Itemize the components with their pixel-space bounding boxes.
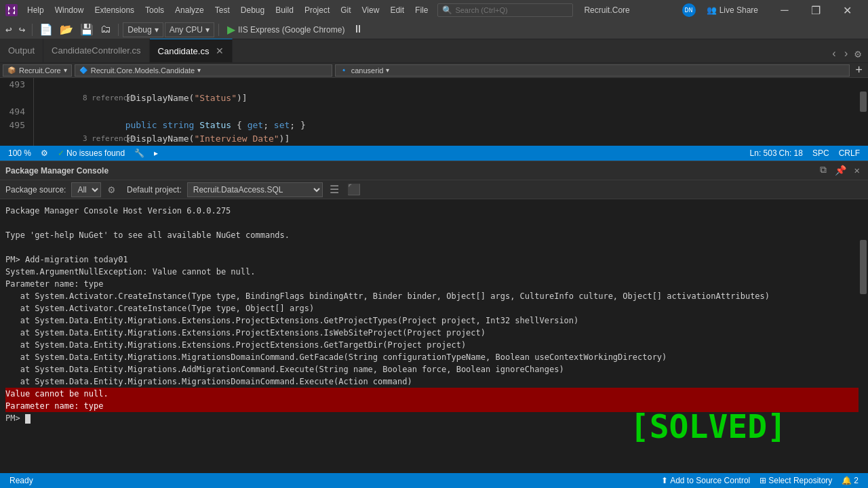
pmc-help-text: Type 'get-help NuGet' to see all availab… (5, 229, 863, 241)
live-share-button[interactable]: 👥 Live Share (707, 5, 758, 15)
chevron-down-icon: ▾ (386, 66, 389, 74)
pmc-stack-6: at System.Data.Entity.Migrations.Migrati… (5, 351, 863, 363)
select-repository-button[interactable]: ⊞ Select Repository (755, 473, 836, 488)
check-icon: ✓ (58, 148, 64, 158)
open-button[interactable]: 📂 (57, 22, 76, 38)
line-endings-status[interactable]: CRLF (836, 148, 863, 158)
menu-item-view[interactable]: View (358, 4, 384, 16)
pmc-scrollbar-thumb[interactable] (860, 240, 867, 294)
cpu-dropdown[interactable]: Any CPU ▾ (165, 22, 214, 37)
tab-scroll-right-button[interactable]: › (842, 47, 851, 62)
close-button[interactable]: ✕ (831, 0, 863, 20)
window-controls: ─ ❐ ✕ (769, 0, 863, 20)
editor-scrollbar[interactable] (859, 78, 868, 146)
search-box[interactable]: 🔍 (437, 3, 573, 17)
menu-item-debug[interactable]: Debug (237, 4, 269, 16)
menu-item-build[interactable]: Build (271, 4, 298, 16)
pmc-toolbar: Package source: All ⚙ Default project: R… (0, 180, 868, 199)
toolbar-sep-2 (118, 24, 119, 36)
tab-candidatecontroller[interactable]: CandidateController.cs (43, 39, 150, 62)
editor-status-bar: 100 % ⚙ ✓ No issues found 🔧 ▸ Ln: 503 Ch… (0, 146, 868, 161)
toolbar-sep-3 (218, 24, 219, 36)
pmc-settings-icon[interactable]: ⚙ (106, 182, 116, 198)
play-icon: ▶ (227, 23, 235, 36)
menu-item-project[interactable]: Project (300, 4, 334, 16)
pmc-title: Package Manager Console (5, 166, 812, 176)
undo-button[interactable]: ↩ (3, 22, 15, 38)
tab-candidate[interactable]: Candidate.cs ✕ (150, 39, 233, 62)
menu-item-tools[interactable]: Tools (141, 4, 168, 16)
pmc-clear-icon[interactable]: ☰ (328, 182, 340, 198)
menu-item-extensions[interactable]: Extensions (90, 4, 138, 16)
pmc-content: Package Manager Console Host Version 6.0… (0, 199, 868, 473)
solved-text: [SOLVED] (630, 420, 787, 432)
menu-item-git[interactable]: Git (336, 4, 355, 16)
task-button[interactable]: ▸ (151, 148, 161, 158)
pmc-header: Package Manager Console ⧉ 📌 ✕ (0, 161, 868, 180)
menu-item-file[interactable]: File (411, 4, 432, 16)
tab-settings-button[interactable]: ⚙ (853, 46, 863, 62)
zoom-control[interactable]: 100 % (5, 148, 34, 158)
member-dropdown[interactable]: 🔹 canuserid ▾ (335, 64, 850, 77)
repo-icon: ⊞ (760, 476, 766, 485)
run-button[interactable]: ▶ IIS Express (Google Chrome) (223, 22, 349, 37)
save-button[interactable]: 💾 (77, 22, 96, 38)
minimize-button[interactable]: ─ (769, 0, 800, 20)
position-status[interactable]: Ln: 503 Ch: 18 (747, 148, 806, 158)
restore-button[interactable]: ❐ (800, 0, 831, 20)
build-status[interactable]: 🔧 (132, 148, 147, 158)
menu-item-help[interactable]: Help (23, 4, 48, 16)
pause-button[interactable]: ⏸ (350, 22, 366, 37)
task-icon: ▸ (154, 148, 158, 158)
encoding-status[interactable]: SPC (810, 148, 832, 158)
default-project-select[interactable]: Recruit.DataAccess.SQL (187, 182, 323, 197)
avatar[interactable]: DN (682, 3, 696, 17)
tab-scroll-left-button[interactable]: ‹ (829, 47, 839, 62)
menu-item-test[interactable]: Test (211, 4, 234, 16)
save-all-button[interactable]: 🗂 (98, 22, 114, 37)
chevron-down-icon: ▾ (64, 66, 67, 74)
pmc-stop-icon[interactable]: ⬛ (346, 182, 362, 198)
menu-item-analyze[interactable]: Analyze (171, 4, 208, 16)
pmc-stack-4: at System.Data.Entity.Migrations.Extensi… (5, 327, 863, 339)
pmc-param: Parameter name: type (5, 278, 863, 290)
chevron-down-icon: ▾ (155, 25, 159, 35)
code-content: [DisplayName("Status")] 8 references pub… (34, 78, 868, 146)
search-input[interactable] (455, 6, 568, 14)
notification-bell[interactable]: 🔔 2 (837, 473, 863, 488)
pmc-scrollbar[interactable] (859, 199, 868, 473)
tab-close-button[interactable]: ✕ (216, 45, 224, 56)
editor-scrollbar-thumb[interactable] (860, 92, 867, 112)
code-line-494: public string Status { get; set; } (42, 105, 868, 119)
menu-bar: const menuItems = ["File","Edit","View",… (23, 4, 432, 16)
vs-logo (5, 4, 18, 16)
tab-actions: ‹ › ⚙ (829, 46, 868, 62)
app-title: Recruit.Core (584, 5, 629, 15)
code-editor: 493 . 494 495 . [DisplayName("Status")] … (0, 78, 868, 146)
title-bar: const menuItems = ["File","Edit","View",… (0, 0, 868, 20)
pmc-exception: System.ArgumentNullException: Value cann… (5, 266, 863, 278)
pmc-float-button[interactable]: ⧉ (817, 163, 829, 178)
class-dropdown[interactable]: 🔷 Recruit.Core.Models.Candidate ▾ (75, 64, 332, 77)
pmc-stack-3: at System.Data.Entity.Migrations.Extensi… (5, 314, 863, 327)
menu-item-window[interactable]: Window (51, 4, 88, 16)
tab-output[interactable]: Output (0, 39, 43, 62)
pmc-host-version: Package Manager Console Host Version 6.0… (5, 205, 863, 217)
redo-button[interactable]: ↪ (16, 22, 28, 38)
menu-item-edit[interactable]: Edit (386, 4, 408, 16)
debug-dropdown[interactable]: Debug ▾ (123, 22, 163, 37)
new-file-button[interactable]: 📄 (37, 22, 56, 38)
add-member-button[interactable]: + (852, 64, 865, 77)
pmc-close-button[interactable]: ✕ (852, 163, 863, 178)
package-source-select[interactable]: All (71, 182, 101, 197)
ready-status[interactable]: Ready (5, 473, 37, 488)
no-issues-status[interactable]: ✓ No issues found (55, 148, 127, 158)
chevron-down-icon: ▾ (197, 66, 201, 74)
profile-area: DN (682, 3, 696, 17)
pmc-pin-button[interactable]: 📌 (832, 163, 849, 178)
source-control-button[interactable]: ⬆ Add to Source Control (657, 473, 754, 488)
live-share-icon: 👥 (707, 5, 717, 15)
project-dropdown[interactable]: 📦 Recruit.Core ▾ (3, 64, 72, 77)
pmc-error-1: Value cannot be null. (5, 388, 863, 400)
format-button[interactable]: ⚙ (38, 148, 51, 158)
